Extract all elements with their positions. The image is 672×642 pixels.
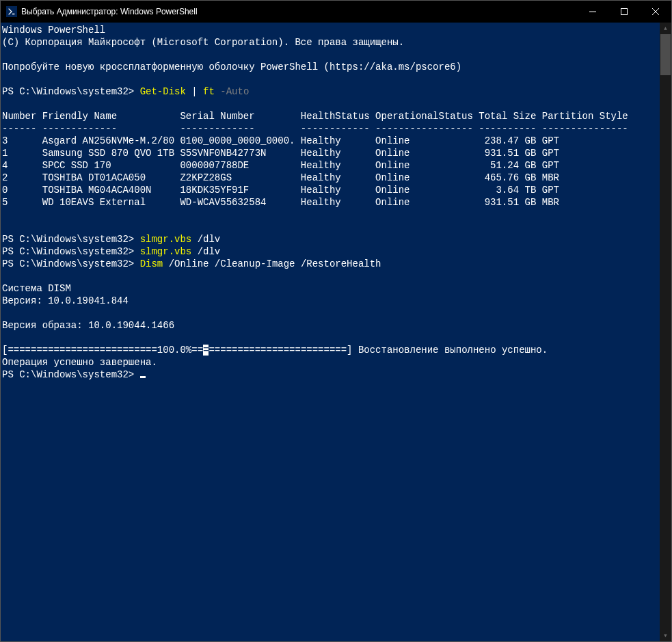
titlebar[interactable]: Выбрать Администратор: Windows PowerShel… xyxy=(1,1,671,23)
minimize-button[interactable] xyxy=(577,1,608,23)
powershell-icon xyxy=(6,6,17,17)
scrollbar[interactable]: ▲ ▼ xyxy=(660,23,671,641)
close-button[interactable] xyxy=(640,1,671,23)
terminal-content[interactable]: Windows PowerShell (C) Корпорация Майкро… xyxy=(1,23,660,641)
scrollbar-thumb[interactable] xyxy=(660,34,671,75)
terminal-area: Windows PowerShell (C) Корпорация Майкро… xyxy=(1,23,671,641)
window-title: Выбрать Администратор: Windows PowerShel… xyxy=(21,7,577,16)
svg-rect-2 xyxy=(621,9,628,15)
maximize-button[interactable] xyxy=(608,1,640,23)
scroll-up-icon[interactable]: ▲ xyxy=(660,23,671,34)
scroll-down-icon[interactable]: ▼ xyxy=(660,630,671,641)
window-controls xyxy=(577,1,671,23)
powershell-window: Выбрать Администратор: Windows PowerShel… xyxy=(0,0,672,642)
